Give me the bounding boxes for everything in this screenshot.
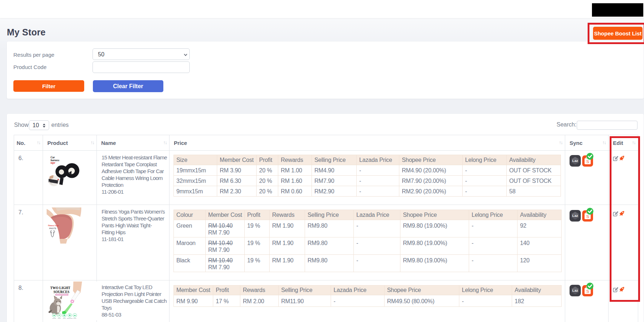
svg-text:S: S: [586, 214, 589, 219]
svg-text:SOURCES: SOURCES: [53, 290, 69, 294]
svg-text:S: S: [586, 289, 589, 293]
svg-text:Laz: Laz: [572, 214, 578, 218]
svg-text:TWO LIGHT: TWO LIGHT: [50, 286, 70, 290]
svg-text:S: S: [586, 159, 589, 164]
svg-text:tape: tape: [51, 161, 56, 164]
svg-text:Laz: Laz: [572, 288, 578, 292]
svg-text:Fitness Yoga: Fitness Yoga: [48, 225, 59, 227]
svg-text:PANTS: PANTS: [49, 227, 56, 229]
svg-text:Laz: Laz: [572, 159, 578, 163]
